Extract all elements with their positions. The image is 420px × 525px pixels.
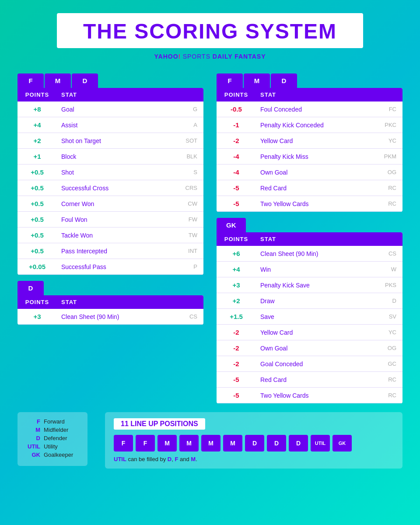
gk-header-stat: STAT [256, 232, 402, 246]
stat-cell: Red Card [256, 180, 367, 196]
table-row: -5 Two Yellow Cards RC [217, 388, 402, 403]
left-header-stat: STAT [57, 88, 203, 102]
left-section-tab: D [18, 281, 203, 295]
table-row: +3 Penalty Kick Save PKS [217, 277, 402, 293]
lineup-title: 11 LINE UP POSITIONS [114, 418, 205, 430]
left-scoring-table: POINTS STAT +8 Goal G +4 Assist A +2 Sho… [18, 88, 203, 275]
points-cell: -0.5 [217, 102, 256, 117]
points-cell: +0.5 [18, 228, 57, 243]
points-cell: +6 [217, 246, 256, 262]
points-cell: +8 [18, 102, 57, 117]
tab-M-right[interactable]: M [244, 74, 270, 88]
lineup-position-badge: F [114, 435, 133, 452]
points-cell: +2 [18, 133, 57, 149]
lineup-position-badge: D [289, 435, 308, 452]
legend-name: Utility [44, 443, 58, 450]
abbr-cell: INT [161, 243, 203, 259]
table-row: -5 Two Yellow Cards RC [217, 196, 402, 212]
table-row: +0.5 Shot S [18, 164, 203, 180]
table-row: -2 Own Goal OG [217, 340, 402, 356]
lineup-box: 11 LINE UP POSITIONS FFMMMMDDDUTILGK UTI… [105, 412, 402, 469]
abbr-cell: GC [366, 356, 402, 372]
stat-cell: Assist [57, 117, 161, 133]
tab-F-right[interactable]: F [217, 74, 243, 88]
points-cell: -5 [217, 196, 256, 212]
tab-M-left[interactable]: M [45, 74, 71, 88]
abbr-cell: FW [161, 212, 203, 228]
legend-box: F Forward M Midfielder D Defender UTIL U… [18, 412, 88, 466]
legend-row: D Defender [26, 435, 79, 441]
table-row: -5 Red Card RC [217, 180, 402, 196]
stat-cell: Own Goal [256, 164, 367, 180]
points-cell: +0.5 [18, 164, 57, 180]
tab-D-right[interactable]: D [271, 74, 297, 88]
points-cell: +2 [217, 293, 256, 309]
tab-F-left[interactable]: F [18, 74, 44, 88]
points-cell: +1 [18, 149, 57, 164]
table-row: +0.05 Successful Pass P [18, 259, 203, 275]
points-cell: +4 [217, 262, 256, 277]
table-row: +2 Shot on Target SOT [18, 133, 203, 149]
stat-cell: Goal [57, 102, 161, 117]
stat-cell: Successful Cross [57, 180, 161, 196]
table-row: +0.5 Successful Cross CRS [18, 180, 203, 196]
legend-name: Goalkeeper [44, 452, 73, 458]
points-cell: +0.5 [18, 196, 57, 212]
legend-abbr: M [26, 427, 40, 433]
abbr-cell: S [161, 164, 203, 180]
section-tab-D: D [18, 281, 44, 295]
stat-cell: Two Yellow Cards [256, 388, 366, 403]
points-cell: +4 [18, 117, 57, 133]
abbr-cell: CS [366, 246, 402, 262]
lineup-position-badge: GK [332, 435, 352, 452]
stat-cell: Yellow Card [256, 133, 367, 149]
legend-row: GK Goalkeeper [26, 452, 79, 458]
points-cell: -4 [217, 164, 256, 180]
abbr-cell: RC [366, 372, 402, 388]
abbr-cell: PKM [367, 149, 402, 164]
table-row: +4 Assist A [18, 117, 203, 133]
abbr-cell: YC [367, 133, 402, 149]
page-title: THE SCORING SYSTEM [74, 21, 346, 42]
abbr-cell: PKC [367, 117, 402, 133]
table-row: +0.5 Tackle Won TW [18, 228, 203, 243]
abbr-cell: CS [172, 309, 204, 325]
lineup-position-badge: M [223, 435, 242, 452]
points-cell: -5 [217, 388, 256, 403]
legend-name: Forward [44, 418, 65, 425]
legend-section: F Forward M Midfielder D Defender UTIL U… [18, 412, 402, 469]
table-row: +8 Goal G [18, 102, 203, 117]
table-row: +4 Win W [217, 262, 402, 277]
points-cell: +1.5 [217, 309, 256, 325]
lineup-position-badge: M [158, 435, 177, 452]
stat-cell: Penalty Kick Conceded [256, 117, 367, 133]
table-row: -1 Penalty Kick Conceded PKC [217, 117, 402, 133]
table-row: -5 Red Card RC [217, 372, 402, 388]
points-cell: +0.5 [18, 243, 57, 259]
stat-cell: Corner Won [57, 196, 161, 212]
abbr-cell: W [366, 262, 402, 277]
stat-cell: Clean Sheet (90 Min) [57, 309, 172, 325]
lineup-position-badge: M [201, 435, 220, 452]
points-cell: -5 [217, 180, 256, 196]
table-row: +1 Block BLK [18, 149, 203, 164]
stat-cell: Penalty Kick Miss [256, 149, 367, 164]
legend-abbr: UTIL [26, 443, 40, 450]
right-scoring-table: POINTS STAT -0.5 Foul Conceded FC -1 Pen… [217, 88, 402, 212]
stat-cell: Shot on Target [57, 133, 161, 149]
lineup-position-badge: UTIL [311, 435, 330, 452]
abbr-cell: FC [367, 102, 402, 117]
table-row: +0.5 Foul Won FW [18, 212, 203, 228]
stat-cell: Tackle Won [57, 228, 161, 243]
stat-cell: Goal Conceded [256, 356, 366, 372]
right-header-points: POINTS [217, 88, 256, 102]
gk-section-tab: GK [217, 218, 402, 232]
abbr-cell: OG [366, 340, 402, 356]
table-row: -2 Goal Conceded GC [217, 356, 402, 372]
legend-name: Defender [44, 435, 67, 441]
left-header-points: POINTS [18, 88, 57, 102]
stat-cell: Red Card [256, 372, 366, 388]
table-row: +1.5 Save SV [217, 309, 402, 325]
lineup-position-badge: F [136, 435, 155, 452]
tab-D-left[interactable]: D [72, 74, 98, 88]
